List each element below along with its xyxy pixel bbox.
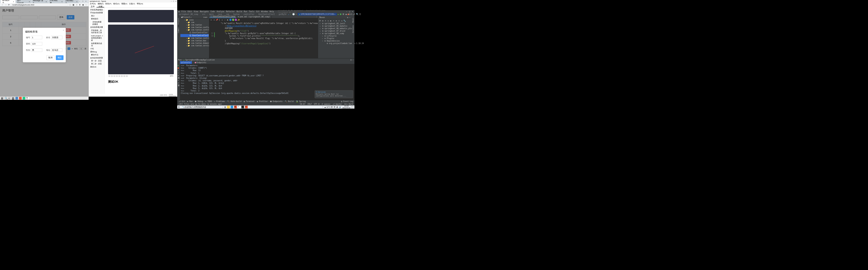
menu-item[interactable]: Build (237, 11, 242, 13)
add-icon[interactable]: + (221, 19, 223, 21)
clock-date[interactable]: 2022/5/18 (342, 107, 350, 109)
menu-item[interactable]: File (182, 11, 186, 13)
tree-item[interactable]: ⓒ UserController (180, 31, 209, 34)
hide-icon[interactable]: − (352, 59, 353, 61)
tool-icon[interactable] (108, 75, 110, 77)
tree-item[interactable]: ⓒ UserController2 (180, 34, 209, 37)
outline-item[interactable]: 遇到bug (90, 50, 103, 53)
wand-icon[interactable]: ✨ (237, 19, 240, 21)
debug-icon[interactable]: ⬢ (340, 13, 342, 15)
reload-icon[interactable]: ⟳ (319, 20, 321, 22)
expand-icon[interactable]: ⇤ (210, 19, 213, 21)
cancel-button[interactable]: 取消 (46, 55, 55, 60)
toolwindow-button[interactable]: ▣ Terminal (244, 100, 254, 102)
minimize-icon[interactable]: − (79, 0, 81, 3)
addr-input[interactable] (51, 48, 62, 52)
toolwindow-button[interactable]: ⬢ Endpoints (270, 100, 283, 102)
weather-widget[interactable]: ☁ 32°C 阴 (324, 106, 333, 108)
maven-tree-item[interactable]: ▸ m Lifecycle (318, 35, 351, 37)
rollback-icon[interactable]: ↶ (296, 13, 297, 15)
close-icon[interactable]: × (63, 29, 64, 31)
code-editor[interactable]: "c-kw">public Result delete("c-anno">@Pa… (209, 22, 318, 58)
close-icon[interactable]: × (29, 1, 30, 2)
project-tool-button[interactable]: Project (178, 18, 180, 25)
line-separator[interactable]: CRLF (307, 103, 312, 105)
collapse-icon[interactable]: ⇲ (341, 20, 343, 22)
breadcrumb[interactable]: springboot_08_ssmp (179, 13, 198, 15)
tree-item[interactable]: ▸📁 com.taotao.service (180, 44, 209, 47)
event-log-button[interactable]: ▤ Event Log (341, 100, 353, 102)
taskbar-app-icon[interactable]: T (238, 106, 241, 108)
download-icon[interactable]: ⬇ (324, 20, 327, 22)
vcs-commit-icon[interactable]: ✓ (290, 13, 291, 15)
maximize-icon[interactable]: □ (349, 11, 350, 13)
outline-item[interactable]: 测试OK (90, 66, 103, 68)
network-icon[interactable]: 🖧 (336, 106, 338, 108)
tool-icon[interactable] (121, 75, 123, 77)
doc-heading[interactable]: 测试OK (108, 80, 174, 84)
menu-icon[interactable]: ⋯ (85, 4, 87, 6)
menu-item[interactable]: Git (256, 11, 259, 13)
history-icon[interactable]: 🕐 (292, 13, 294, 15)
editor-tab[interactable]: mpom.xml (springboot_08_ssmp) (237, 15, 272, 18)
outline-item[interactable]: 第一步 - 设置 (90, 60, 103, 62)
toggle-icon[interactable]: ⊘ (335, 20, 338, 22)
toolwindow-button[interactable]: ⚠ Problems (214, 100, 225, 102)
close-icon[interactable]: × (13, 1, 14, 2)
close-icon[interactable]: × (76, 1, 77, 2)
gen-icon[interactable]: ⊕ (322, 20, 324, 22)
breadcrumb[interactable]: getById (279, 13, 286, 15)
breadcrumb[interactable]: UserController2 (258, 13, 275, 15)
taskbar-app-icon[interactable]: 📁 (227, 106, 230, 108)
taskbar-app-icon[interactable]: 网 (234, 106, 237, 108)
search-icon[interactable]: 🔍 (356, 13, 358, 15)
menu-item[interactable]: Analyze (217, 11, 224, 13)
cortana-icon[interactable]: ○ (222, 106, 223, 108)
menu-item[interactable]: 格式(O) (113, 2, 120, 5)
outline-item[interactable]: 开发实用篇规划 (90, 8, 103, 11)
toolwindow-button[interactable]: 🍃 Spring (296, 100, 306, 102)
tool-icon[interactable] (111, 75, 113, 77)
taskbar-app-icon[interactable]: ◧ (241, 106, 244, 108)
indent[interactable]: 4 spaces (322, 103, 331, 105)
maven-tree-item[interactable]: ▸ m springboot_05_mybatis (318, 25, 351, 27)
outline-item[interactable]: 热部署测试成功 (90, 42, 103, 47)
maven-tree-item[interactable]: ▸ m springboot_04_junit (318, 22, 351, 25)
menu-item[interactable]: Help (270, 11, 274, 13)
menu-item[interactable]: 视图(V) (121, 2, 127, 5)
tree-item[interactable]: ▸📁 com.taotao.dao (180, 39, 209, 42)
menu-item[interactable]: Edit (188, 11, 192, 13)
maximize-icon[interactable]: □ (82, 0, 85, 3)
menu-item[interactable]: Refactor (226, 11, 235, 13)
maven-tree-item[interactable]: ▾ m springboot_08_ssmp (318, 32, 351, 35)
search-input[interactable]: 🔍 在这里输入你要搜索的内容 (181, 106, 221, 108)
vcs-update-icon[interactable]: ↙ (288, 13, 289, 15)
taskbar-app-icon[interactable]: T (26, 97, 29, 100)
tool-icon[interactable] (116, 75, 118, 77)
start-icon[interactable]: ⊞ (1, 97, 4, 100)
maximize-icon[interactable]: □ (173, 0, 174, 2)
close-icon[interactable]: × (61, 1, 62, 2)
run-icon[interactable]: ▶ (330, 20, 332, 22)
taskbar-app-icon[interactable] (19, 97, 22, 100)
reload-icon[interactable]: ⟳ (8, 4, 10, 6)
pin-icon[interactable]: 📌 (216, 19, 218, 21)
outline-item[interactable]: 手动自动热部署 (90, 11, 103, 14)
tree-item[interactable]: ▸📁 com.taotao (180, 24, 209, 26)
tab-console[interactable]: ▤Console (180, 61, 192, 64)
tab-endpoints[interactable]: ⬢Endpoints (193, 61, 208, 64)
services-notification[interactable]: ⓘ Services Multiple Spring Boot run conf… (315, 90, 353, 98)
minimize-icon[interactable]: − (171, 0, 172, 2)
notification-icon[interactable]: 💬 (351, 106, 353, 108)
ext-icon[interactable]: ▦ (72, 4, 74, 6)
toolwindow-button[interactable]: ▶ Run (187, 100, 193, 102)
tree-item[interactable]: ▾📁 com (180, 21, 209, 24)
outline-item[interactable]: build project -> 使用热部署生效 (90, 35, 103, 42)
coverage-icon[interactable]: ⛨ (342, 13, 344, 15)
minimize-icon[interactable]: − (346, 11, 347, 13)
tool-icon[interactable] (119, 75, 120, 77)
close-icon[interactable]: × (176, 0, 176, 2)
rerun-icon[interactable]: ▶ (178, 64, 180, 66)
outline-item[interactable]: 简介 (90, 15, 103, 18)
toolwindow-button[interactable]: 🔨 Build (285, 100, 293, 102)
